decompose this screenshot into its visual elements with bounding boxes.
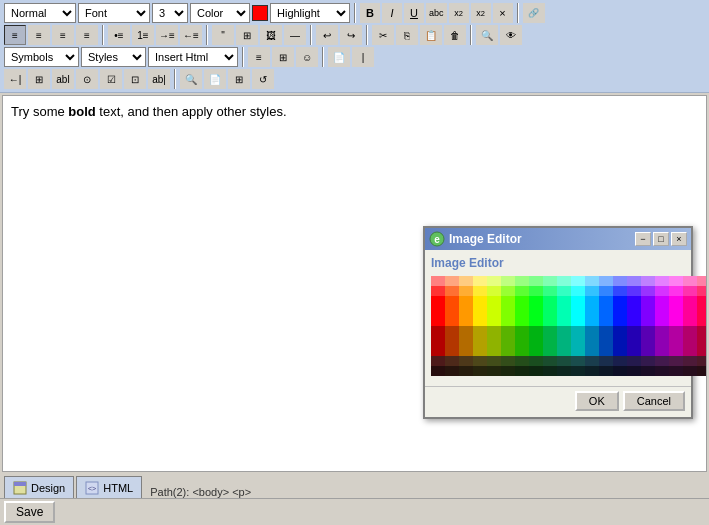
color-cell[interactable]: [501, 316, 515, 326]
subscript-button[interactable]: x2: [471, 3, 491, 23]
dialog-close-button[interactable]: ×: [671, 232, 687, 246]
color-cell[interactable]: [571, 316, 585, 326]
color-cell[interactable]: [515, 366, 529, 376]
color-cell[interactable]: [529, 326, 543, 336]
color-cell[interactable]: [487, 336, 501, 346]
color-cell[interactable]: [641, 356, 655, 366]
color-cell[interactable]: [473, 296, 487, 306]
color-cell[interactable]: [487, 356, 501, 366]
color-cell[interactable]: [473, 326, 487, 336]
color-cell[interactable]: [669, 276, 683, 286]
color-cell[interactable]: [683, 336, 697, 346]
underline-button[interactable]: U: [404, 3, 424, 23]
color-cell[interactable]: [501, 336, 515, 346]
color-cell[interactable]: [529, 366, 543, 376]
color-cell[interactable]: [669, 296, 683, 306]
color-cell[interactable]: [697, 306, 707, 316]
color-cell[interactable]: [445, 296, 459, 306]
color-cell[interactable]: [431, 326, 445, 336]
color-cell[interactable]: [571, 356, 585, 366]
blockquote-button[interactable]: ": [212, 25, 234, 45]
color-cell[interactable]: [557, 366, 571, 376]
color-cell[interactable]: [515, 346, 529, 356]
color-cell[interactable]: [585, 306, 599, 316]
color-cell[interactable]: [557, 316, 571, 326]
color-cell[interactable]: [627, 296, 641, 306]
color-cell[interactable]: [473, 336, 487, 346]
color-cell[interactable]: [431, 346, 445, 356]
editor-content[interactable]: Try some bold text, and then apply other…: [2, 95, 707, 472]
color-cell[interactable]: [571, 286, 585, 296]
color-cell[interactable]: [473, 316, 487, 326]
color-cell[interactable]: [599, 276, 613, 286]
color-cell[interactable]: [655, 276, 669, 286]
preview-button[interactable]: 👁: [500, 25, 522, 45]
color-cell[interactable]: [571, 276, 585, 286]
input-tool[interactable]: ⊡: [124, 69, 146, 89]
color-cell[interactable]: [529, 316, 543, 326]
color-cell[interactable]: [641, 346, 655, 356]
color-cell[interactable]: [445, 356, 459, 366]
color-cell[interactable]: [683, 316, 697, 326]
color-cell[interactable]: [501, 366, 515, 376]
tab-design[interactable]: Design: [4, 476, 74, 498]
color-cell[interactable]: [655, 346, 669, 356]
color-cell[interactable]: [501, 276, 515, 286]
color-cell[interactable]: [585, 326, 599, 336]
radio-button-tool[interactable]: ⊙: [76, 69, 98, 89]
color-cell[interactable]: [655, 336, 669, 346]
color-cell[interactable]: [599, 296, 613, 306]
color-cell[interactable]: [599, 316, 613, 326]
color-cell[interactable]: [431, 296, 445, 306]
color-cell[interactable]: [697, 326, 707, 336]
color-cell[interactable]: [627, 326, 641, 336]
color-cell[interactable]: [529, 356, 543, 366]
label-tool[interactable]: ab|: [148, 69, 170, 89]
indent-button[interactable]: →≡: [156, 25, 178, 45]
color-cell[interactable]: [529, 286, 543, 296]
dialog-minimize-button[interactable]: −: [635, 232, 651, 246]
color-cell[interactable]: [515, 326, 529, 336]
align-left-button[interactable]: ≡: [4, 25, 26, 45]
color-cell[interactable]: [473, 286, 487, 296]
color-cell[interactable]: [515, 356, 529, 366]
color-cell[interactable]: [599, 326, 613, 336]
color-cell[interactable]: [487, 306, 501, 316]
color-cell[interactable]: [599, 356, 613, 366]
expand-tool[interactable]: ⊞: [228, 69, 250, 89]
abbr-button[interactable]: abl: [52, 69, 74, 89]
undo-button[interactable]: ↩: [316, 25, 338, 45]
color-cell[interactable]: [585, 276, 599, 286]
color-cell[interactable]: [459, 296, 473, 306]
color-cell[interactable]: [599, 306, 613, 316]
color-cell[interactable]: [543, 366, 557, 376]
color-cell[interactable]: [431, 356, 445, 366]
color-cell[interactable]: [487, 316, 501, 326]
color-cell[interactable]: [557, 276, 571, 286]
color-cell[interactable]: [655, 366, 669, 376]
color-cell[interactable]: [557, 296, 571, 306]
color-cell[interactable]: [585, 346, 599, 356]
color-cell[interactable]: [515, 276, 529, 286]
color-cell[interactable]: [473, 356, 487, 366]
color-cell[interactable]: [529, 306, 543, 316]
find-button[interactable]: 🔍: [476, 25, 498, 45]
color-cell[interactable]: [459, 356, 473, 366]
color-cell[interactable]: [459, 306, 473, 316]
color-cell[interactable]: [585, 296, 599, 306]
align-center-button[interactable]: ≡: [28, 25, 50, 45]
color-cell[interactable]: [445, 366, 459, 376]
color-palette[interactable]: [431, 276, 707, 376]
color-cell[interactable]: [697, 356, 707, 366]
color-cell[interactable]: [445, 346, 459, 356]
checkbox-tool[interactable]: ☑: [100, 69, 122, 89]
dialog-maximize-button[interactable]: □: [653, 232, 669, 246]
color-cell[interactable]: [459, 346, 473, 356]
color-cell[interactable]: [557, 336, 571, 346]
color-cell[interactable]: [431, 366, 445, 376]
color-cell[interactable]: [683, 346, 697, 356]
color-cell[interactable]: [627, 276, 641, 286]
color-cell[interactable]: [543, 316, 557, 326]
color-cell[interactable]: [669, 326, 683, 336]
color-cell[interactable]: [543, 276, 557, 286]
